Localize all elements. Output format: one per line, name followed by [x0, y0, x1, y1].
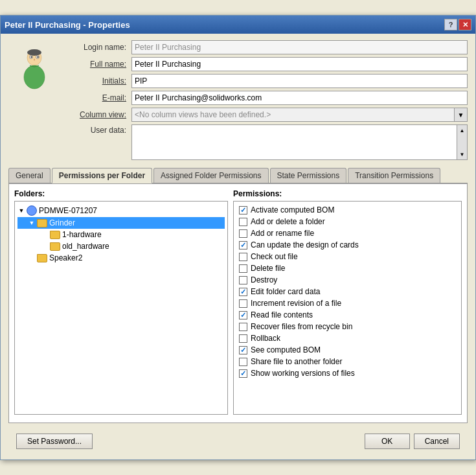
perm-item-2: Add or rename file: [239, 227, 456, 239]
full-name-input[interactable]: [131, 57, 468, 71]
folder-icon-oldhardware: [50, 242, 60, 251]
column-view-input[interactable]: [131, 108, 455, 122]
svg-point-7: [24, 65, 45, 89]
perm-item-14: ✓ Show working versions of files: [239, 367, 456, 379]
tree-label-speaker2: Speaker2: [49, 253, 82, 262]
tab-transition-permissions[interactable]: Transition Permissions: [348, 168, 440, 183]
svg-point-1: [27, 49, 41, 56]
perm-item-11: Rollback: [239, 332, 456, 344]
main-window: Peter II Purchasing - Properties ? ✕: [0, 15, 476, 460]
perm-item-6: Destroy: [239, 274, 456, 286]
perm-label-3: Can update the design of cards: [251, 240, 359, 249]
folders-tree[interactable]: ▼ PDMWE-071207 ▼ Grinder ▶: [14, 201, 228, 415]
bottom-bar: Set Password... OK Cancel: [8, 430, 468, 453]
perm-label-0: Activate computed BOM: [251, 205, 334, 214]
perm-label-1: Add or delete a folder: [251, 217, 325, 226]
perm-label-8: Increment revision of a file: [251, 299, 341, 308]
folder-icon-grinder: [37, 219, 47, 227]
perm-item-7: ✓ Edit folder card data: [239, 286, 456, 297]
perm-item-5: Delete file: [239, 262, 456, 274]
user-data-label: User data:: [67, 124, 131, 135]
user-data-textarea[interactable]: [131, 124, 457, 160]
tree-label-oldhardware: old_hardware: [62, 242, 109, 251]
set-password-button[interactable]: Set Password...: [16, 434, 93, 449]
perm-checkbox-8[interactable]: [239, 299, 247, 308]
svg-point-4: [30, 56, 32, 57]
perm-checkbox-9[interactable]: ✓: [239, 311, 247, 319]
perm-checkbox-3[interactable]: ✓: [239, 241, 247, 249]
perm-checkbox-10[interactable]: [239, 323, 247, 331]
avatar: [15, 47, 54, 92]
tree-item-speaker2[interactable]: ▶ Speaker2: [17, 252, 225, 264]
cancel-button[interactable]: Cancel: [414, 434, 460, 449]
expander-root[interactable]: ▼: [17, 207, 25, 214]
column-view-label: Column view:: [67, 110, 131, 119]
perm-item-1: Add or delete a folder: [239, 216, 456, 227]
tree-item-oldhardware[interactable]: ▶ old_hardware: [17, 240, 225, 252]
form-section: Login name: Full name: Initials: E-mail:: [8, 40, 468, 163]
tree-item-root[interactable]: ▼ PDMWE-071207: [17, 204, 225, 217]
help-button[interactable]: ?: [444, 19, 457, 30]
folder-icon-1hardware: [50, 231, 60, 239]
login-name-row: Login name:: [67, 40, 468, 54]
tab-permissions-per-folder[interactable]: Permissions per Folder: [52, 168, 152, 183]
permissions-list: ✓ Activate computed BOM Add or delete a …: [233, 201, 462, 415]
perm-label-7: Edit folder card data: [251, 287, 320, 296]
full-name-row: Full name:: [67, 57, 468, 71]
perm-item-10: Recover files from recycle bin: [239, 321, 456, 332]
perm-label-10: Recover files from recycle bin: [251, 322, 352, 331]
email-row: E-mail:: [67, 91, 468, 105]
svg-point-5: [37, 56, 38, 57]
close-button[interactable]: ✕: [459, 19, 471, 30]
title-bar: Peter II Purchasing - Properties ? ✕: [1, 16, 475, 34]
tabs-container: General Permissions per Folder Assigned …: [8, 168, 468, 183]
tab-state-permissions[interactable]: State Permissions: [270, 168, 347, 183]
permissions-label: Permissions:: [233, 189, 462, 198]
ok-button[interactable]: OK: [365, 434, 410, 449]
avatar-area: [8, 40, 60, 163]
tree-item-1hardware[interactable]: ▶ 1-hardware: [17, 229, 225, 240]
perm-label-2: Add or rename file: [251, 229, 314, 238]
initials-label: Initials:: [67, 76, 131, 86]
perm-checkbox-13[interactable]: [239, 358, 247, 366]
tree-item-grinder[interactable]: ▼ Grinder: [17, 217, 225, 229]
expander-grinder[interactable]: ▼: [28, 219, 36, 227]
perm-checkbox-12[interactable]: ✓: [239, 346, 247, 354]
perm-item-4: Check out file: [239, 251, 456, 262]
perm-label-11: Rollback: [251, 334, 280, 343]
login-name-label: Login name:: [67, 43, 131, 52]
perm-checkbox-6[interactable]: [239, 276, 247, 284]
perm-label-4: Check out file: [251, 252, 298, 261]
tab-general[interactable]: General: [8, 168, 51, 183]
dialog-content: Login name: Full name: Initials: E-mail:: [1, 34, 475, 459]
perm-item-8: Increment revision of a file: [239, 297, 456, 309]
perm-checkbox-0[interactable]: ✓: [239, 206, 247, 214]
perm-checkbox-11[interactable]: [239, 334, 247, 343]
tree-label-root: PDMWE-071207: [39, 206, 97, 215]
perm-item-12: ✓ See computed BOM: [239, 344, 456, 356]
perm-label-14: Show working versions of files: [251, 369, 355, 378]
perm-checkbox-4[interactable]: [239, 253, 247, 261]
user-data-scrollbar: ▲ ▼: [457, 124, 468, 160]
user-data-field: ▲ ▼: [131, 124, 468, 160]
full-name-label: Full name:: [67, 60, 131, 69]
perm-checkbox-1[interactable]: [239, 218, 247, 226]
folders-pane: Folders: ▼ PDMWE-071207 ▼: [14, 189, 228, 415]
email-input[interactable]: [131, 91, 468, 105]
login-name-input[interactable]: [131, 40, 468, 54]
perm-checkbox-7[interactable]: ✓: [239, 288, 247, 296]
perm-checkbox-14[interactable]: ✓: [239, 369, 247, 378]
perm-label-13: Share file to another folder: [251, 357, 342, 366]
scroll-down-arrow[interactable]: ▼: [457, 149, 467, 159]
tree-label-1hardware: 1-hardware: [62, 230, 102, 239]
column-view-dropdown-button[interactable]: ▼: [455, 108, 468, 122]
perm-checkbox-2[interactable]: [239, 229, 247, 238]
tab-assigned-folder-permissions[interactable]: Assigned Folder Permissions: [153, 168, 268, 183]
panel-content: Folders: ▼ PDMWE-071207 ▼: [9, 184, 467, 420]
perm-checkbox-5[interactable]: [239, 264, 247, 273]
title-bar-buttons: ? ✕: [444, 19, 471, 30]
scroll-up-arrow[interactable]: ▲: [457, 125, 467, 135]
initials-input[interactable]: [131, 74, 468, 88]
column-view-row: Column view: ▼: [67, 108, 468, 122]
email-label: E-mail:: [67, 93, 131, 102]
